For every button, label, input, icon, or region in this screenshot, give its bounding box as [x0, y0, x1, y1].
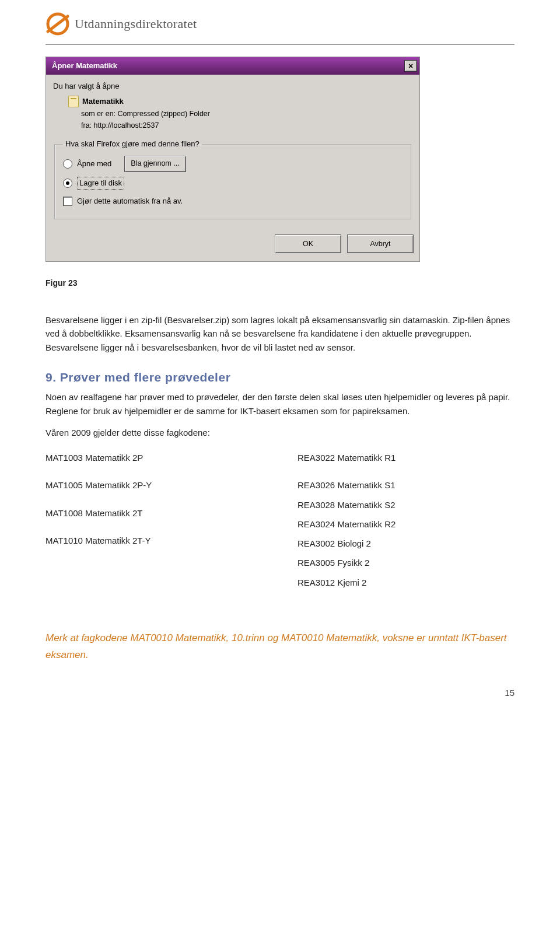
ok-button[interactable]: OK [275, 235, 341, 253]
list-item: REA3005 Fysikk 2 [298, 556, 514, 569]
close-icon[interactable]: × [404, 60, 417, 72]
save-disk-label: Lagre til disk [77, 177, 124, 190]
header-rule [46, 44, 514, 45]
section-heading: 9. Prøver med flere prøvedeler [46, 368, 514, 387]
list-item: MAT1008 Matematikk 2T [46, 506, 262, 520]
action-group: Hva skal Firefox gjøre med denne filen? … [54, 138, 411, 219]
save-disk-row[interactable]: Lagre til disk [63, 177, 402, 190]
list-item: REA3012 Kjemi 2 [298, 576, 514, 589]
dialog-intro: Du har valgt å åpne [53, 80, 412, 92]
list-item: MAT1010 Matematikk 2T-Y [46, 534, 262, 547]
footnote: Merk at fagkodene MAT0010 Matematikk, 10… [46, 630, 514, 664]
course-col-right: REA3022 Matematikk R1 REA3026 Matematikk… [298, 447, 514, 595]
brand-logo-icon [46, 12, 70, 36]
auto-label: Gjør dette automatisk fra nå av. [77, 195, 183, 207]
dialog-titlebar: Åpner Matematikk × [46, 57, 419, 75]
list-item: REA3028 Matematikk S2 [298, 498, 514, 512]
download-dialog: Åpner Matematikk × Du har valgt å åpne M… [46, 57, 420, 262]
paragraph-3: Våren 2009 gjelder dette disse fagkodene… [46, 426, 514, 439]
list-item: REA3022 Matematikk R1 [298, 451, 514, 464]
list-item: REA3002 Biologi 2 [298, 537, 514, 550]
figure-caption: Figur 23 [46, 277, 514, 290]
page-number: 15 [46, 686, 514, 699]
file-type-row: som er en: Compressed (zipped) Folder [81, 108, 412, 120]
group-legend: Hva skal Firefox gjøre med denne filen? [63, 138, 202, 150]
paragraph-2: Noen av realfagene har prøver med to prø… [46, 390, 514, 418]
open-with-label: Åpne med [77, 158, 111, 170]
radio-open-with[interactable] [63, 159, 72, 169]
list-item: REA3026 Matematikk S1 [298, 478, 514, 492]
list-item: MAT1005 Matematikk 2P-Y [46, 478, 262, 492]
list-item: MAT1003 Matematikk 2P [46, 451, 262, 464]
browse-button[interactable]: Bla gjennom ... [124, 156, 186, 172]
paragraph-1: Besvarelsene ligger i en zip-fil (Besvar… [46, 313, 514, 354]
course-col-left: MAT1003 Matematikk 2P MAT1005 Matematikk… [46, 447, 262, 595]
file-from-row: fra: http://localhost:2537 [81, 120, 412, 131]
brand-header: Utdanningsdirektoratet [46, 12, 514, 36]
open-with-row[interactable]: Åpne med Bla gjennom ... [63, 156, 402, 172]
list-item: REA3024 Matematikk R2 [298, 517, 514, 531]
dialog-filename: Matematikk [82, 96, 124, 107]
file-icon [68, 96, 79, 107]
checkbox-auto[interactable] [63, 197, 72, 206]
cancel-button[interactable]: Avbryt [347, 235, 414, 253]
course-code-columns: MAT1003 Matematikk 2P MAT1005 Matematikk… [46, 447, 514, 595]
auto-row[interactable]: Gjør dette automatisk fra nå av. [63, 195, 402, 207]
dialog-title: Åpner Matematikk [52, 60, 117, 72]
brand-name: Utdanningsdirektoratet [75, 14, 197, 34]
radio-save-disk[interactable] [63, 178, 72, 188]
